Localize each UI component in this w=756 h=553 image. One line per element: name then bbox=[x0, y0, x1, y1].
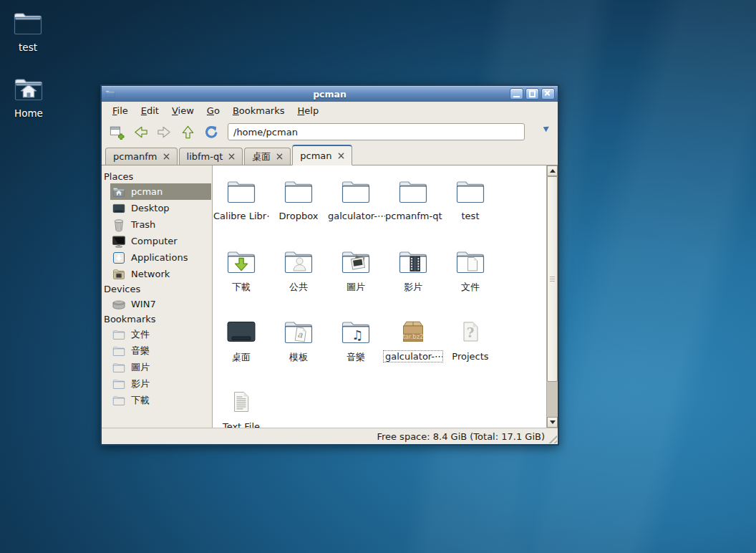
sidebar-item-pcman[interactable]: pcman bbox=[110, 183, 211, 200]
tab-pcmanfm[interactable]: pcmanfm bbox=[105, 148, 178, 165]
file-label: Calibre Libr⋯ bbox=[213, 211, 271, 221]
scroll-down-icon[interactable] bbox=[547, 417, 558, 428]
file-item[interactable]: 公共 bbox=[270, 244, 327, 314]
sidebar-item-computer[interactable]: Computer bbox=[110, 233, 212, 249]
minimize-icon[interactable] bbox=[510, 88, 523, 100]
file-label: Projects bbox=[450, 351, 490, 362]
sidebar-item-desktop[interactable]: Desktop bbox=[110, 200, 212, 216]
tab-label: pcmanfm bbox=[113, 151, 158, 162]
file-label: 下載 bbox=[231, 281, 252, 294]
forward-button[interactable] bbox=[154, 122, 174, 142]
menu-edit[interactable]: Edit bbox=[135, 103, 165, 118]
file-item[interactable]: Calibre Libr⋯ bbox=[213, 174, 270, 244]
folder-icon bbox=[339, 174, 373, 208]
sidebar-item-trash[interactable]: Trash bbox=[110, 216, 212, 233]
text-file-icon bbox=[224, 385, 258, 419]
close-icon[interactable] bbox=[541, 88, 555, 100]
file-item[interactable]: 桌面 bbox=[213, 314, 270, 385]
file-item[interactable]: 下載 bbox=[213, 244, 270, 314]
up-button[interactable] bbox=[178, 122, 198, 142]
file-view[interactable]: Calibre Libr⋯ Dropbox galculator-⋯ pcman… bbox=[213, 165, 546, 428]
refresh-button[interactable] bbox=[201, 122, 221, 142]
desktop-icon-label: Home bbox=[2, 107, 55, 119]
file-item[interactable]: test bbox=[442, 174, 499, 244]
file-item[interactable]: 音樂 bbox=[327, 314, 384, 385]
music-folder-icon bbox=[339, 314, 373, 349]
tab-close-icon[interactable] bbox=[276, 153, 283, 160]
status-bar: Free space: 8.4 GiB (Total: 17.1 GiB) bbox=[102, 428, 558, 444]
tab-libfm-qt[interactable]: libfm-qt bbox=[179, 148, 243, 165]
tab-close-icon[interactable] bbox=[338, 153, 344, 159]
sidebar-item-network[interactable]: Network bbox=[110, 266, 212, 282]
file-item[interactable]: Text File bbox=[213, 385, 270, 428]
menu-file[interactable]: File bbox=[106, 103, 135, 118]
sidebar-item-music[interactable]: 音樂 bbox=[110, 342, 212, 359]
menu-view[interactable]: View bbox=[165, 103, 200, 118]
menu-go[interactable]: Go bbox=[200, 103, 226, 118]
folder-icon bbox=[112, 344, 126, 358]
file-item[interactable]: Dropbox bbox=[270, 174, 327, 244]
file-label: 音樂 bbox=[345, 351, 367, 364]
folder-icon bbox=[224, 174, 258, 208]
forward-arrow-icon bbox=[156, 124, 173, 140]
side-pane: Places pcman Desktop Trash Computer bbox=[102, 165, 213, 428]
file-manager-window: pcman File Edit View Go Bookmarks Help bbox=[100, 85, 559, 446]
menu-help[interactable]: Help bbox=[291, 103, 326, 118]
desktop-icon-test[interactable]: test bbox=[1, 6, 54, 53]
tab-label: libfm-qt bbox=[187, 151, 223, 162]
menu-bar: File Edit View Go Bookmarks Help bbox=[102, 102, 558, 119]
home-folder-icon bbox=[11, 72, 46, 106]
file-label: 文件 bbox=[460, 281, 481, 294]
network-folder-icon bbox=[112, 267, 126, 282]
pictures-folder-icon bbox=[339, 244, 373, 279]
unknown-file-icon bbox=[453, 314, 488, 349]
desktop: test Home pcman File Edit View Go Bookma… bbox=[0, 0, 756, 553]
bookmarks-header: Bookmarks bbox=[102, 312, 212, 326]
file-item[interactable]: 模板 bbox=[270, 314, 327, 385]
file-item[interactable]: 圖片 bbox=[327, 244, 384, 314]
archive-badge: tar.bz2 bbox=[402, 333, 423, 340]
desktop-icon-home[interactable]: Home bbox=[2, 72, 55, 119]
go-button[interactable] bbox=[531, 122, 553, 142]
scrollbar[interactable] bbox=[546, 165, 558, 428]
desktop-icon-label: test bbox=[1, 42, 54, 53]
file-label: 桌面 bbox=[231, 351, 252, 364]
sidebar-item-pictures[interactable]: 圖片 bbox=[110, 359, 212, 375]
devices-header: Devices bbox=[102, 282, 212, 296]
title-bar[interactable]: pcman bbox=[102, 86, 558, 102]
maximize-icon[interactable] bbox=[525, 88, 539, 100]
file-item[interactable]: 影片 bbox=[384, 244, 442, 314]
scroll-up-icon[interactable] bbox=[547, 165, 558, 176]
window-title: pcman bbox=[102, 89, 558, 100]
file-grid: Calibre Libr⋯ Dropbox galculator-⋯ pcman… bbox=[213, 174, 499, 428]
scrollbar-thumb[interactable] bbox=[547, 176, 558, 382]
tab-close-icon[interactable] bbox=[228, 153, 235, 160]
sidebar-item-applications[interactable]: Applications bbox=[110, 249, 212, 266]
tab-desktop[interactable]: 桌面 bbox=[244, 148, 291, 165]
file-item[interactable]: pcmanfm-qt bbox=[384, 174, 442, 244]
sidebar-item-win7[interactable]: WIN7 bbox=[110, 296, 212, 312]
up-arrow-icon bbox=[180, 124, 196, 140]
back-button[interactable] bbox=[130, 122, 150, 142]
file-label: galculator-⋯ bbox=[326, 211, 385, 221]
refresh-icon bbox=[203, 124, 220, 140]
sidebar-item-documents[interactable]: 文件 bbox=[110, 326, 212, 342]
tab-pcman[interactable]: pcman bbox=[292, 145, 352, 165]
file-item[interactable]: Projects bbox=[442, 314, 499, 385]
archive-icon: tar.bz2 bbox=[396, 314, 430, 349]
file-item[interactable]: 文件 bbox=[442, 244, 499, 314]
sidebar-item-videos[interactable]: 影片 bbox=[110, 375, 212, 392]
file-item[interactable]: galculator-⋯ bbox=[327, 174, 384, 244]
folder-icon bbox=[112, 360, 126, 375]
path-input[interactable] bbox=[228, 123, 525, 140]
file-label: test bbox=[460, 211, 481, 221]
sidebar-item-downloads[interactable]: 下載 bbox=[110, 392, 212, 408]
file-label: 公共 bbox=[288, 281, 309, 294]
resize-grip[interactable] bbox=[547, 433, 557, 443]
file-item[interactable]: tar.bz2 galculator-⋯ bbox=[384, 314, 442, 385]
menu-bookmarks[interactable]: Bookmarks bbox=[226, 103, 291, 118]
folder-icon bbox=[453, 174, 488, 208]
new-tab-button[interactable] bbox=[107, 122, 127, 142]
tab-close-icon[interactable] bbox=[163, 153, 170, 160]
file-label: galculator-⋯ bbox=[384, 351, 442, 362]
